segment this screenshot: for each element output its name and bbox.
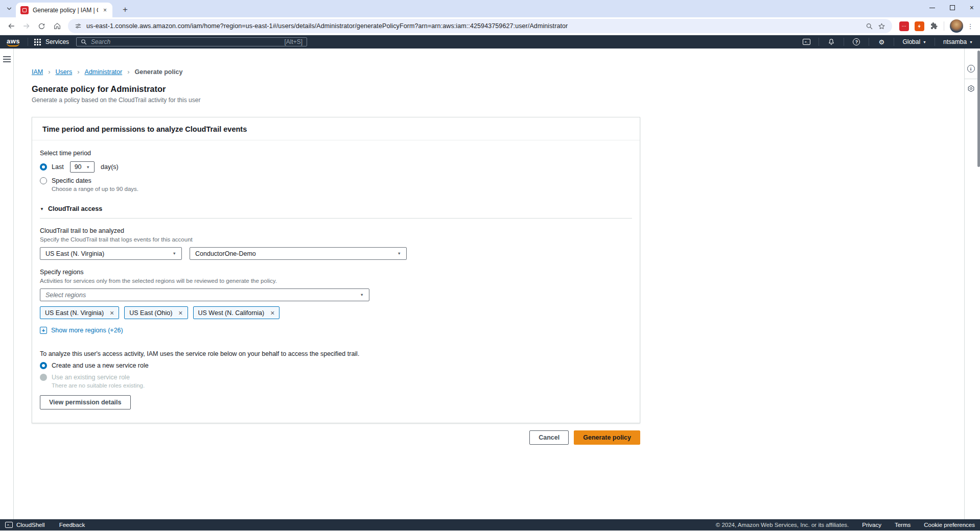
hamburger-menu-icon[interactable] — [3, 56, 11, 57]
services-menu[interactable]: Services — [34, 38, 69, 45]
hexagon-panel-icon[interactable] — [967, 85, 975, 92]
remove-tag-icon[interactable]: × — [110, 309, 114, 317]
region-tag: US East (Ohio) × — [124, 306, 188, 319]
iam-favicon-icon — [20, 6, 29, 14]
form-actions: Cancel Generate policy — [32, 430, 640, 445]
radio-existing-role-disabled — [40, 374, 47, 381]
search-shortcut: [Alt+S] — [284, 38, 302, 45]
chevron-down-icon: ▼ — [969, 40, 973, 44]
specific-dates-option[interactable]: Specific dates — [40, 177, 632, 184]
time-period-label: Select time period — [40, 150, 632, 157]
extension-icon-bolt[interactable] — [915, 21, 924, 31]
footer-cloudshell-button[interactable]: >_ CloudShell — [5, 522, 45, 528]
breadcrumb-administrator[interactable]: Administrator — [85, 68, 123, 76]
notifications-bell-icon[interactable] — [825, 38, 837, 45]
remove-tag-icon[interactable]: × — [178, 309, 182, 317]
cloudshell-terminal-icon: >_ — [5, 522, 13, 528]
zoom-icon[interactable] — [866, 22, 873, 30]
new-service-role-option[interactable]: Create and use a new service role — [40, 362, 632, 369]
breadcrumb-sep-icon: › — [127, 68, 129, 76]
footer-terms-link[interactable]: Terms — [895, 522, 911, 528]
services-grid-icon — [34, 39, 41, 45]
back-icon[interactable] — [4, 19, 18, 33]
section-expanded-caret-icon: ▼ — [40, 207, 44, 211]
radio-specific-dates[interactable] — [40, 177, 47, 184]
existing-role-hint: There are no suitable roles existing. — [52, 382, 632, 389]
page-subtitle: Generate a policy based on the CloudTrai… — [32, 96, 980, 104]
window-maximize-icon[interactable] — [950, 5, 955, 10]
regions-placeholder: Select regions — [45, 292, 86, 299]
breadcrumb-current: Generate policy — [135, 68, 183, 76]
trail-name-select[interactable]: ConductorOne-Demo ▼ — [190, 247, 407, 260]
chevron-down-icon: ▼ — [923, 40, 926, 44]
tab-close-icon[interactable]: × — [102, 6, 108, 14]
regions-field-group: Specify regions Activities for services … — [40, 269, 632, 334]
scrollbar-thumb[interactable] — [977, 51, 980, 167]
footer-privacy-link[interactable]: Privacy — [862, 522, 881, 528]
chevron-down-icon: ▼ — [360, 293, 364, 297]
main-content: IAM › Users › Administrator › Generate p… — [14, 49, 980, 445]
view-permission-details-button[interactable]: View permission details — [40, 395, 131, 409]
account-label: ntsamba — [943, 38, 967, 45]
forward-icon[interactable] — [19, 19, 33, 33]
browser-menu-kebab-icon[interactable]: ⋮ — [965, 22, 976, 30]
specific-dates-hint: Choose a range of up to 90 days. — [52, 186, 632, 192]
cancel-button[interactable]: Cancel — [529, 430, 569, 445]
browser-toolbar: us-east-1.console.aws.amazon.com/iam/hom… — [0, 17, 980, 35]
aws-search-input[interactable]: Search [Alt+S] — [76, 37, 307, 46]
cloudtrail-access-section-header[interactable]: ▼ CloudTrail access — [40, 205, 632, 219]
new-role-label: Create and use a new service role — [52, 362, 149, 369]
url-text[interactable]: us-east-1.console.aws.amazon.com/iam/hom… — [86, 22, 861, 30]
cloudshell-terminal-icon[interactable]: >_ — [800, 39, 812, 45]
toolbar-divider — [944, 21, 944, 31]
selected-region-tags: US East (N. Virginia) × US East (Ohio) ×… — [40, 306, 632, 319]
profile-avatar[interactable] — [950, 19, 963, 33]
radio-new-role-checked[interactable] — [40, 362, 47, 369]
window-minimize-icon[interactable] — [929, 8, 935, 8]
breadcrumb-sep-icon: › — [48, 68, 50, 76]
existing-role-label: Use an existing service role — [52, 374, 130, 381]
browser-tab[interactable]: Generate policy | IAM | Global × — [16, 3, 112, 17]
extension-icon-dots[interactable]: ⋯ — [899, 21, 909, 31]
address-bar[interactable]: us-east-1.console.aws.amazon.com/iam/hom… — [68, 19, 892, 33]
nav-right-group: >_ ? ⚙ Global ▼ ntsamba ▼ — [800, 38, 975, 46]
region-tag-label: US East (N. Virginia) — [45, 309, 104, 317]
trail-region-select[interactable]: US East (N. Virginia) ▼ — [40, 247, 182, 260]
footer-feedback-link[interactable]: Feedback — [59, 522, 85, 528]
show-more-regions-link[interactable]: + Show more regions (+26) — [40, 327, 632, 334]
breadcrumb-users[interactable]: Users — [56, 68, 73, 76]
trail-label: CloudTrail trail to be analyzed — [40, 227, 632, 234]
remove-tag-icon[interactable]: × — [270, 309, 274, 317]
window-close-icon[interactable]: × — [970, 4, 974, 12]
region-tag-label: US West (N. California) — [198, 309, 265, 317]
trail-field-group: CloudTrail trail to be analyzed Specify … — [40, 227, 632, 260]
generate-policy-button[interactable]: Generate policy — [574, 430, 640, 445]
window-controls: × — [929, 4, 974, 12]
settings-gear-icon[interactable]: ⚙ — [875, 38, 888, 46]
region-selector[interactable]: Global ▼ — [900, 38, 928, 45]
extensions-puzzle-icon[interactable] — [930, 22, 938, 30]
search-placeholder: Search — [91, 38, 280, 45]
tab-title: Generate policy | IAM | Global — [33, 7, 98, 14]
regions-multiselect[interactable]: Select regions ▼ — [40, 288, 369, 301]
breadcrumb-iam[interactable]: IAM — [32, 68, 43, 76]
bookmark-star-icon[interactable] — [878, 22, 885, 30]
info-panel-icon[interactable]: i — [967, 65, 975, 73]
home-icon[interactable] — [50, 19, 64, 33]
tab-search-chevron-icon[interactable] — [5, 5, 13, 13]
radio-last-days-checked[interactable] — [40, 163, 47, 171]
reload-icon[interactable] — [35, 19, 49, 33]
trail-hint: Specify the CloudTrail trail that logs e… — [40, 236, 632, 243]
site-settings-tune-icon[interactable] — [75, 22, 82, 30]
trail-region-value: US East (N. Virginia) — [45, 250, 104, 257]
help-icon[interactable]: ? — [850, 38, 862, 45]
aws-logo[interactable]: aws — [5, 37, 21, 46]
regions-label: Specify regions — [40, 269, 632, 276]
days-select[interactable]: 90 ▼ — [70, 161, 95, 173]
page-title: Generate policy for Administrator — [32, 84, 980, 94]
new-tab-button[interactable]: + — [119, 5, 131, 15]
footer-cookie-preferences-link[interactable]: Cookie preferences — [924, 522, 975, 528]
last-days-option[interactable]: Last 90 ▼ day(s) — [40, 161, 632, 173]
account-menu[interactable]: ntsamba ▼ — [941, 38, 975, 45]
specific-dates-label: Specific dates — [52, 177, 91, 184]
